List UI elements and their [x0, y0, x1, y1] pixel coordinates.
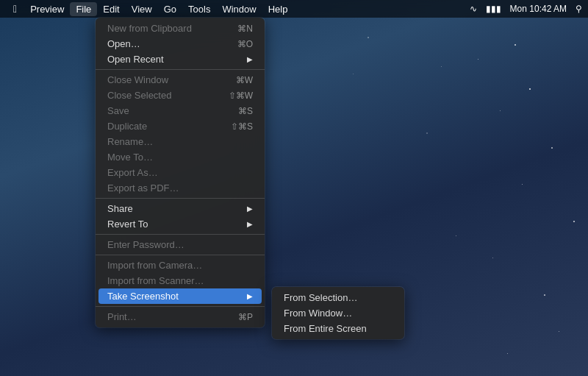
separator-4	[96, 255, 265, 255]
menu-item-label: Duplicate	[107, 121, 147, 132]
menu-item-label: Revert To	[107, 219, 148, 230]
menubar-tools[interactable]: Tools	[182, 2, 216, 16]
menu-import-scanner[interactable]: Import from Scanner…	[96, 273, 265, 288]
menubar-edit[interactable]: Edit	[97, 2, 125, 16]
menu-from-selection[interactable]: From Selection…	[272, 290, 404, 305]
menu-item-label: Move To…	[107, 152, 153, 163]
menu-import-camera[interactable]: Import from Camera…	[96, 258, 265, 273]
menu-item-label: Close Selected	[107, 90, 171, 101]
menu-item-label: Close Window	[107, 74, 168, 85]
menu-new-from-clipboard[interactable]: New from Clipboard ⌘N	[96, 21, 265, 36]
menu-open[interactable]: Open… ⌘O	[96, 36, 265, 52]
file-menu: New from Clipboard ⌘N Open… ⌘O Open Rece…	[96, 18, 265, 327]
screenshot-submenu: From Selection… From Window… From Entire…	[272, 287, 404, 339]
menu-share[interactable]: Share ▶	[96, 201, 265, 216]
menu-item-shortcut: ⌘O	[237, 39, 253, 49]
separator-3	[96, 234, 265, 235]
menubar-view[interactable]: View	[126, 2, 158, 16]
battery-icon: ▮▮▮	[486, 4, 501, 14]
menu-revert-to[interactable]: Revert To ▶	[96, 216, 265, 232]
menu-rename[interactable]: Rename…	[96, 134, 265, 149]
menu-item-shortcut: ⇧⌘W	[229, 91, 253, 101]
menu-export-as[interactable]: Export As…	[96, 165, 265, 180]
separator-5	[96, 306, 265, 307]
menu-item-label: Enter Password…	[107, 239, 184, 250]
menu-item-shortcut: ⌘N	[237, 24, 253, 34]
submenu-arrow-icon: ▶	[247, 55, 253, 63]
menu-close-window[interactable]: Close Window ⌘W	[96, 72, 265, 88]
menu-item-shortcut: ⇧⌘S	[231, 121, 253, 132]
clock: Mon 10:42 AM	[510, 4, 567, 14]
menu-move-to[interactable]: Move To…	[96, 149, 265, 165]
menubar-file[interactable]: File	[70, 2, 97, 16]
menu-from-window[interactable]: From Window…	[272, 305, 404, 321]
menu-item-label: From Selection…	[284, 292, 357, 303]
menubar-preview[interactable]: Preview	[24, 2, 70, 16]
separator-2	[96, 198, 265, 199]
submenu-arrow-icon: ▶	[247, 220, 253, 228]
menu-export-as-pdf[interactable]: Export as PDF…	[96, 180, 265, 196]
menu-save[interactable]: Save ⌘S	[96, 103, 265, 118]
menu-item-shortcut: ⌘P	[238, 312, 253, 322]
menu-item-label: Share	[107, 203, 133, 214]
menu-item-label: From Entire Screen	[284, 323, 367, 334]
menu-item-label: Export as PDF…	[107, 182, 179, 194]
menu-item-shortcut: ⌘S	[238, 106, 253, 116]
menu-item-label: New from Clipboard	[107, 23, 192, 34]
menu-item-label: Import from Camera…	[107, 260, 202, 271]
menu-item-label: Export As…	[107, 167, 158, 178]
menu-item-label: Rename…	[107, 136, 153, 147]
menu-duplicate[interactable]: Duplicate ⇧⌘S	[96, 118, 265, 134]
menu-item-label: From Window…	[284, 308, 352, 319]
menu-item-label: Open Recent	[107, 54, 164, 65]
menu-from-entire-screen[interactable]: From Entire Screen	[272, 321, 404, 336]
menu-item-shortcut: ⌘W	[236, 75, 253, 85]
search-icon[interactable]: ⚲	[576, 4, 582, 14]
wifi-icon: ∿	[470, 4, 477, 14]
menu-item-label: Print…	[107, 311, 137, 322]
separator-1	[96, 69, 265, 70]
menubar-go[interactable]: Go	[158, 2, 182, 16]
menu-item-label: Save	[107, 105, 129, 116]
menu-enter-password[interactable]: Enter Password…	[96, 237, 265, 252]
menu-open-recent[interactable]: Open Recent ▶	[96, 52, 265, 67]
menu-item-label: Take Screenshot	[107, 291, 179, 302]
submenu-arrow-icon: ▶	[247, 292, 253, 300]
menu-take-screenshot[interactable]: Take Screenshot ▶	[98, 288, 262, 304]
menubar:  Preview File Edit View Go Tools Window…	[0, 0, 588, 18]
menubar-right: ∿ ▮▮▮ Mon 10:42 AM ⚲	[470, 4, 582, 14]
menubar-help[interactable]: Help	[262, 2, 294, 16]
submenu-arrow-icon: ▶	[247, 205, 253, 213]
apple-menu[interactable]: 	[6, 3, 24, 15]
menubar-window[interactable]: Window	[216, 2, 262, 16]
menu-close-selected[interactable]: Close Selected ⇧⌘W	[96, 88, 265, 103]
menu-print[interactable]: Print… ⌘P	[96, 309, 265, 324]
menu-item-label: Import from Scanner…	[107, 275, 204, 286]
menu-item-label: Open…	[107, 38, 140, 49]
